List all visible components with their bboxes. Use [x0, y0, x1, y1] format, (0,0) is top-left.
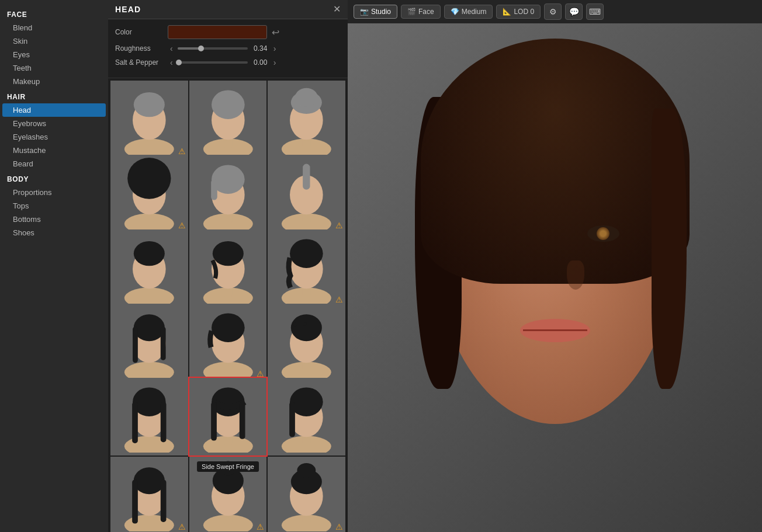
sidebar-item-shoes[interactable]: Shoes — [0, 226, 108, 239]
roughness-fill — [178, 47, 202, 50]
hair-cell-16[interactable]: ⚠ — [110, 457, 188, 532]
studio-label: Studio — [371, 8, 391, 16]
body-section-label: BODY — [0, 171, 108, 186]
viewport-topbar: 📷 Studio 🎬 Face 💎 Medium 📐 LOD 0 ⚙ 💬 ⌨ — [348, 0, 762, 23]
face-btn[interactable]: 🎬 Face — [401, 5, 441, 19]
sidebar-item-makeup[interactable]: Makeup — [0, 75, 108, 88]
warning-icon: ⚠ — [178, 221, 186, 230]
salt-pepper-increase-btn[interactable]: › — [271, 58, 279, 67]
svg-rect-43 — [161, 327, 166, 360]
svg-rect-63 — [239, 402, 245, 440]
color-label: Color — [115, 28, 168, 36]
svg-rect-68 — [289, 402, 295, 437]
salt-pepper-row: Salt & Pepper ‹ 0.00 › — [115, 58, 341, 67]
svg-point-12 — [295, 88, 318, 107]
hair-cell-7[interactable] — [110, 230, 188, 307]
medium-btn[interactable]: 💎 Medium — [444, 5, 493, 19]
hair-cell-2[interactable] — [189, 81, 267, 158]
hair-cell-9[interactable]: ⚠ — [268, 230, 345, 307]
svg-point-3 — [134, 92, 165, 117]
hair-cell-10[interactable] — [110, 304, 188, 381]
svg-point-41 — [134, 314, 165, 341]
sidebar-item-mustache[interactable]: Mustache — [0, 144, 108, 157]
studio-icon: 📷 — [360, 8, 369, 16]
salt-pepper-slider-container: ‹ 0.00 › — [168, 58, 341, 67]
hair-cell-3[interactable] — [268, 81, 345, 158]
sidebar-item-head[interactable]: Head — [2, 103, 106, 117]
warning-icon: ⚠ — [257, 522, 264, 531]
svg-rect-42 — [133, 327, 138, 363]
reset-icon[interactable]: ↩ — [272, 27, 279, 38]
salt-pepper-value: 0.00 — [250, 58, 271, 67]
sidebar-item-eyelashes[interactable]: Eyelashes — [0, 130, 108, 144]
eye-render — [587, 225, 619, 242]
face-render-area — [348, 23, 762, 532]
svg-rect-57 — [161, 402, 167, 443]
salt-pepper-thumb — [176, 60, 182, 65]
sidebar-item-beard[interactable]: Beard — [0, 157, 108, 171]
svg-point-7 — [212, 91, 245, 120]
svg-point-79 — [221, 461, 235, 476]
hair-cell-8[interactable] — [189, 230, 267, 307]
face-label: Face — [418, 8, 434, 16]
svg-point-33 — [212, 241, 243, 266]
settings-btn[interactable]: ⚙ — [544, 4, 562, 20]
sidebar: FACE Blend Skin Eyes Teeth Makeup HAIR H… — [0, 0, 108, 532]
roughness-thumb — [198, 46, 204, 51]
hair-cell-5[interactable] — [189, 155, 267, 232]
roughness-label: Roughness — [115, 44, 168, 53]
camera-btn[interactable]: 💬 — [565, 4, 583, 20]
salt-pepper-label: Salt & Pepper — [115, 58, 168, 67]
hair-render — [421, 39, 690, 284]
svg-point-72 — [134, 467, 165, 494]
svg-point-84 — [297, 463, 316, 478]
keyboard-btn[interactable]: ⌨ — [586, 4, 604, 20]
lod-btn[interactable]: 📐 LOD 0 — [496, 5, 541, 19]
studio-btn[interactable]: 📷 Studio — [354, 5, 397, 19]
salt-pepper-decrease-btn[interactable]: ‹ — [168, 58, 175, 67]
close-button[interactable]: ✕ — [333, 5, 341, 14]
roughness-decrease-btn[interactable]: ‹ — [168, 44, 175, 53]
nose-render — [567, 260, 584, 290]
hair-cell-17[interactable]: ⚠ — [189, 457, 267, 532]
salt-pepper-track[interactable] — [178, 61, 248, 64]
head-panel: HEAD ✕ Color ↩ Roughness ‹ 0.34 › Salt & — [108, 0, 348, 532]
sidebar-item-eyes[interactable]: Eyes — [0, 48, 108, 61]
hair-cell-1[interactable]: ⚠ — [110, 81, 188, 158]
svg-point-16 — [127, 158, 171, 199]
face-icon: 🎬 — [407, 8, 416, 16]
roughness-slider-container: ‹ 0.34 › — [168, 44, 341, 53]
hair-cell-13[interactable] — [110, 378, 188, 455]
roughness-increase-btn[interactable]: › — [271, 44, 279, 53]
warning-icon: ⚠ — [335, 522, 343, 531]
roughness-row: Roughness ‹ 0.34 › — [115, 44, 341, 53]
sidebar-item-eyebrows[interactable]: Eyebrows — [0, 117, 108, 130]
hair-cell-12[interactable] — [268, 304, 345, 381]
medium-icon: 💎 — [451, 8, 459, 16]
color-swatch[interactable] — [168, 25, 267, 39]
hair-cell-15[interactable] — [268, 378, 345, 455]
sidebar-item-skin[interactable]: Skin — [0, 34, 108, 48]
character-face — [415, 39, 695, 517]
sidebar-item-bottoms[interactable]: Bottoms — [0, 213, 108, 226]
svg-point-47 — [212, 314, 245, 343]
sidebar-item-tops[interactable]: Tops — [0, 199, 108, 213]
sidebar-item-blend[interactable]: Blend — [0, 21, 108, 34]
roughness-track[interactable] — [178, 47, 248, 50]
svg-rect-56 — [132, 402, 138, 444]
hair-cell-14[interactable]: Side Swept Fringe — [189, 378, 267, 455]
viewport: 📷 Studio 🎬 Face 💎 Medium 📐 LOD 0 ⚙ 💬 ⌨ — [348, 0, 762, 532]
hair-section-label: HAIR — [0, 88, 108, 103]
hair-cell-11[interactable]: ⚠ — [189, 304, 267, 381]
hair-cell-4[interactable]: ⚠ — [110, 155, 188, 232]
svg-point-29 — [134, 241, 165, 266]
warning-icon: ⚠ — [257, 369, 264, 378]
hair-cell-6[interactable]: ⚠ — [268, 155, 345, 232]
sidebar-item-proportions[interactable]: Proportions — [0, 186, 108, 199]
svg-rect-25 — [303, 164, 310, 189]
warning-icon: ⚠ — [178, 522, 186, 531]
face-section-label: FACE — [0, 6, 108, 21]
sidebar-item-teeth[interactable]: Teeth — [0, 61, 108, 75]
hair-cell-18[interactable]: ⚠ — [268, 457, 345, 532]
color-row: Color ↩ — [115, 25, 341, 39]
